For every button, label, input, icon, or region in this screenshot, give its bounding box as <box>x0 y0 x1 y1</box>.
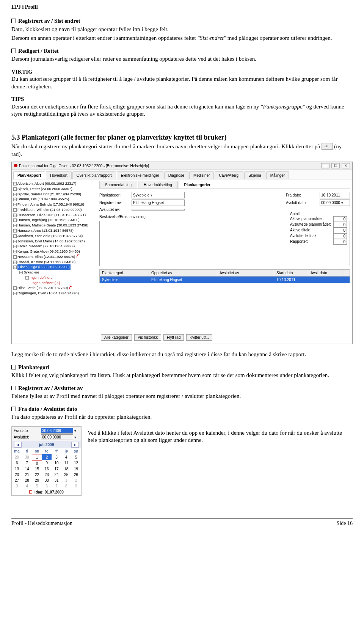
tab-emeldinger[interactable]: Elektroniske meldinger <box>117 171 163 179</box>
cal-field-avsluttet[interactable]: 00.00.0000 <box>41 434 73 440</box>
tab-diagnose[interactable]: Diagnose <box>164 171 188 179</box>
tab-plan-rapport[interactable]: Plan/Rapport <box>13 171 45 179</box>
new-row-icon <box>322 143 333 150</box>
para: Fra dato oppdateres av Profil når du opp… <box>11 413 353 421</box>
field-avslutt-dato[interactable]: 00.00.0000 <box>320 200 350 206</box>
cal-label-avsluttet: Avsluttet: <box>14 435 41 440</box>
app-icon <box>14 164 17 167</box>
para: Dato, klokkeslett og navn til pålogget o… <box>11 26 353 33</box>
combo-plankategori[interactable]: Sykepleie <box>132 192 185 198</box>
prev-month-button[interactable]: ◄ <box>14 442 22 448</box>
section-fra-avsluttet-dato: Fra dato / Avsluttet dato <box>11 405 353 413</box>
patient-tree[interactable]: +Albertson, Albert (09.09.1992 22317) +B… <box>12 179 97 344</box>
counts-panel: Antall Aktive planområder:0 Avsluttede p… <box>290 211 347 245</box>
btn-alle-kategorier[interactable]: Alle kategorier <box>101 334 132 341</box>
cal-label-fra: Fra dato: <box>14 428 41 433</box>
page-footer: Profil - Helsedokumentasjon Side 16 <box>11 519 353 527</box>
close-button[interactable]: ✕ <box>342 163 350 168</box>
section-plankategori: Plankategori <box>11 364 353 371</box>
app-window: Pasientjournal for Olga Olsen - 02.03.19… <box>11 162 353 344</box>
label-registrert-av: Registrert av: <box>99 200 132 205</box>
para: Klikk i feltet og velg plankategori fra … <box>11 372 353 379</box>
flag-icon <box>69 285 72 289</box>
btn-flytt-rad[interactable]: Flytt rad <box>163 334 184 341</box>
para-viktig: VIKTIG Du kan autorisere grupper til å f… <box>11 68 353 91</box>
para: Når du skal registrere ny plankategori s… <box>11 143 353 158</box>
grid-row-selected[interactable]: Sykepleie Eli Lekang Hagset : 10.10.2011… <box>99 277 350 283</box>
calendar-nav: ◄ juli 2009 ► <box>12 441 81 448</box>
checkbox-icon <box>11 19 16 23</box>
field-avsluttet-av[interactable] <box>132 209 185 211</box>
label-avsluttet-av: Avsluttet av: <box>99 207 132 212</box>
para: Feltene fylles ut av Profil med navnet t… <box>11 393 353 400</box>
section-registrert-av: Registrert av / Sist endret <box>11 17 353 25</box>
calendar-month: juli 2009 <box>39 442 54 447</box>
main-tabs: Plan/Rapport Hovedkort Oversikt plan/rap… <box>12 170 352 179</box>
para: Dersom journalansvarlig redigerer eller … <box>11 55 353 63</box>
calendar-grid[interactable]: mationtofrløsø 293012345 6789101112 1314… <box>12 448 81 489</box>
subtab-sammenfatning[interactable]: Sammenfatning <box>99 181 137 189</box>
checkbox-icon <box>11 365 16 369</box>
para-tips: TIPS Dersom det er enkeltpersoner fra fl… <box>11 96 353 118</box>
footer-right: Side 16 <box>337 520 353 527</box>
tab-cave[interactable]: Cave/Allergi <box>215 171 243 179</box>
grid-header: Plankategori Opprettet av Avsluttet av S… <box>99 269 350 277</box>
field-registrert-av[interactable]: Eli Lekang Hagset <box>132 200 185 206</box>
tab-oversikt[interactable]: Oversikt plan/rapport <box>72 171 116 179</box>
btn-kvitter-utf[interactable]: Kvitter utf... <box>186 334 212 341</box>
flag-icon <box>77 254 80 258</box>
main-panel: Sammenfatning Hovedmålsetting Plankatego… <box>97 179 352 344</box>
calendar-widget: Fra dato:30.06.2009 ▾ Avsluttet:00.00.00… <box>11 426 82 496</box>
label-fra-dato: Fra dato: <box>286 193 318 198</box>
section-redigert-rettet: Redigert / Rettet <box>11 47 353 55</box>
window-titlebar: Pasientjournal for Olga Olsen - 02.03.19… <box>12 162 352 170</box>
checkbox-icon <box>11 407 16 411</box>
heading-5-3: 5.3 Plankategori (alle former for planer… <box>11 133 353 142</box>
para: Dersom en annen operatør i etterkant end… <box>11 35 353 42</box>
section-registrert-avsluttet: Registrert av / Avsluttet av <box>11 385 353 392</box>
doc-header: EPJ i Profil <box>11 4 353 12</box>
para: Legg merke til de to røde nivåene i hier… <box>11 351 353 358</box>
maximize-button[interactable]: ☐ <box>331 163 340 168</box>
label-plankategori: Plankategori: <box>99 193 132 198</box>
tab-malinger[interactable]: Målinger <box>266 171 289 179</box>
tab-medisiner[interactable]: Medisiner <box>189 171 214 179</box>
tab-skjema[interactable]: Skjema <box>244 171 265 179</box>
subtab-hovedmal[interactable]: Hovedmålsetting <box>138 181 177 189</box>
next-month-button[interactable]: ► <box>71 442 79 448</box>
checkbox-icon <box>11 386 16 390</box>
tab-hovedkort[interactable]: Hovedkort <box>46 171 72 179</box>
field-fra-dato[interactable]: 10.10.2011 <box>320 192 350 198</box>
label-avslutt-dato: Avslutt dato: <box>286 200 318 205</box>
btn-vis-historikk[interactable]: Vis historikk <box>134 334 161 341</box>
calendar-today[interactable]: I dag: 01.07.2009 <box>12 489 81 495</box>
checkbox-icon <box>11 49 16 53</box>
cal-field-fra[interactable]: 30.06.2009 <box>41 428 73 434</box>
subtab-plankategorier[interactable]: Plankategorier <box>179 181 216 189</box>
minimize-button[interactable]: — <box>321 163 329 168</box>
bottom-buttons: Alle kategorier Vis historikk Flytt rad … <box>99 333 350 342</box>
footer-left: Profil - Helsedokumentasjon <box>11 520 72 527</box>
para: Ved å klikke i feltet Avsluttet dato hen… <box>88 429 353 444</box>
tree-selected[interactable]: Olsen, Olga (02.03.1932 12200) <box>17 264 71 270</box>
